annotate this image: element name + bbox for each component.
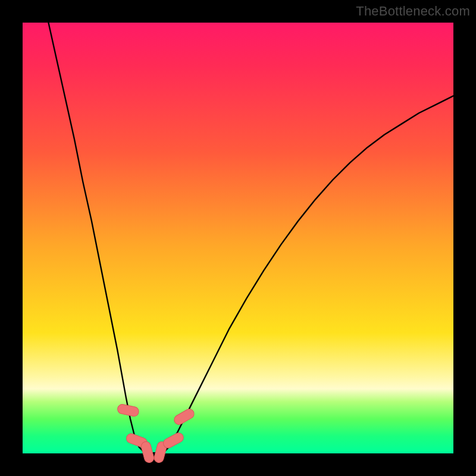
bottleneck-curve bbox=[48, 23, 453, 453]
svg-rect-2 bbox=[140, 440, 155, 464]
svg-rect-0 bbox=[117, 403, 140, 417]
marker-layer bbox=[117, 403, 196, 464]
curve-marker bbox=[162, 431, 185, 450]
curve-marker bbox=[173, 408, 196, 427]
curve-marker bbox=[117, 403, 140, 417]
svg-rect-4 bbox=[162, 431, 185, 450]
curve-layer bbox=[48, 23, 453, 453]
chart-frame: TheBottleneck.com bbox=[0, 0, 476, 476]
svg-rect-5 bbox=[173, 408, 196, 427]
curve-marker bbox=[140, 440, 155, 464]
attribution-text: TheBottleneck.com bbox=[356, 4, 470, 19]
chart-svg bbox=[23, 23, 453, 453]
